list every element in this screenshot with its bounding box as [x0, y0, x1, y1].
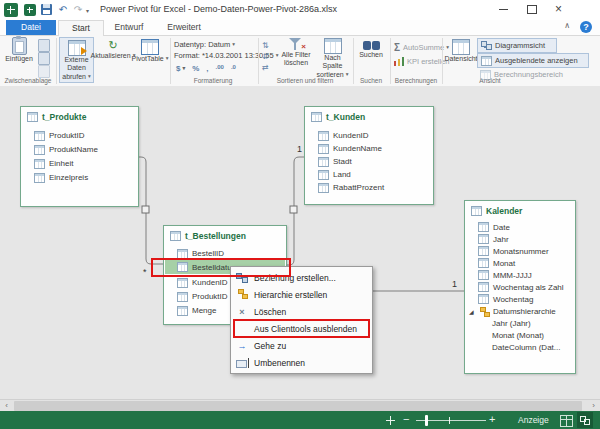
table-icon	[471, 206, 482, 216]
field-row[interactable]: Date	[466, 221, 574, 233]
zoom-in-icon[interactable]: +	[489, 413, 495, 425]
table-header[interactable]: t_Produkte	[21, 107, 138, 126]
hierarchy-child-row[interactable]: DateColumn (Dat...	[466, 341, 574, 353]
close-button[interactable]	[546, 0, 574, 18]
relationship-one-label: 1	[297, 144, 302, 154]
column-icon	[34, 145, 45, 155]
maximize-button[interactable]	[518, 0, 546, 18]
column-icon	[318, 144, 329, 154]
no-icon	[235, 323, 249, 335]
refresh-icon: ↻	[108, 38, 117, 52]
field-row[interactable]: Jahr	[466, 233, 574, 245]
field-row[interactable]: Monatsnummer	[466, 245, 574, 257]
field-row[interactable]: ProduktName	[22, 143, 137, 156]
remove-decimal-icon[interactable]: .0	[231, 64, 236, 73]
autosum-icon: Σ	[394, 42, 400, 53]
zoom-out-icon[interactable]: −	[403, 413, 409, 425]
menu-item-go-to[interactable]: → Gehe zu	[231, 337, 372, 354]
sort-by-column-button[interactable]: Nach Spalte sortieren	[314, 37, 351, 81]
minimize-button[interactable]	[490, 0, 518, 18]
goto-icon: →	[235, 340, 249, 352]
scrollbar-thumb[interactable]	[14, 401, 582, 411]
delete-icon: ×	[235, 306, 249, 318]
save-icon[interactable]	[41, 4, 52, 15]
currency-format-icon[interactable]: $	[176, 64, 185, 73]
clear-sort-icon[interactable]: ⇄	[262, 63, 272, 72]
ribbon: Einfügen Zwischenablage Externe Daten ab…	[0, 36, 600, 87]
collapse-ribbon-icon[interactable]: ∧	[564, 21, 570, 30]
table-t-produkte[interactable]: t_Produkte ProduktID ProduktName Einheit…	[20, 106, 139, 207]
autosum-button[interactable]: Σ AutoSumme	[394, 42, 449, 53]
sort-ascending-icon[interactable]: ⇅	[262, 41, 272, 50]
tab-entwurf[interactable]: Entwurf	[104, 20, 154, 35]
diagram-canvas[interactable]: 1 * 1 1 t_Produkte ProduktID ProduktName…	[0, 86, 600, 399]
thousands-separator-icon[interactable]: ,	[206, 64, 208, 73]
column-icon	[318, 170, 329, 180]
table-header[interactable]: t_Kunden	[305, 107, 433, 126]
hierarchy-child-row[interactable]: Monat (Monat)	[466, 329, 574, 341]
show-hidden-button[interactable]: Ausgeblendete anzeigen	[477, 53, 589, 68]
fit-to-window-icon[interactable]	[386, 416, 395, 425]
field-row[interactable]: KundenID	[306, 129, 432, 142]
field-row[interactable]: KundenName	[306, 142, 432, 155]
menu-item-rename[interactable]: Umbenennen	[231, 354, 372, 371]
get-external-data-button[interactable]: Externe Daten abrufen	[59, 37, 94, 83]
refresh-button[interactable]: ↻ Aktualisieren	[96, 37, 130, 81]
sort-descending-icon[interactable]: ⇵	[262, 52, 272, 61]
show-hidden-icon	[481, 56, 492, 66]
menu-item-create-relationship[interactable]: Beziehung erstellen...	[231, 269, 372, 286]
table-header[interactable]: t_Bestellungen	[164, 226, 286, 245]
diagram-view-toggle[interactable]	[577, 412, 593, 428]
collapse-expander-icon[interactable]: ◢	[469, 308, 476, 315]
field-row[interactable]: Wochentag als Zahl	[466, 281, 574, 293]
hierarchy-row[interactable]: ◢ Datumshierarchie	[466, 305, 574, 317]
field-row[interactable]: RabattProzent	[306, 181, 432, 194]
copy-icon[interactable]	[38, 39, 50, 52]
menu-item-create-hierarchy[interactable]: Hierarchie erstellen	[231, 286, 372, 303]
help-icon[interactable]: ?	[580, 21, 592, 33]
view-label: Anzeige	[518, 415, 549, 425]
find-button[interactable]: Suchen	[355, 37, 387, 81]
data-view-button[interactable]: Datensicht	[447, 37, 475, 81]
redo-icon[interactable]: ↷	[72, 4, 84, 16]
field-row[interactable]: Wochentag	[466, 293, 574, 305]
relationship-many-label: *	[143, 267, 147, 277]
field-row[interactable]: MMM-JJJJ	[466, 269, 574, 281]
tab-start[interactable]: Start	[58, 20, 104, 36]
pivottable-button[interactable]: PivotTable	[133, 37, 167, 81]
field-row[interactable]: BestellID	[165, 247, 285, 260]
table-kalender[interactable]: Kalender Date Jahr Monatsnummer Monat MM…	[464, 200, 576, 374]
column-icon	[177, 292, 188, 302]
field-row[interactable]: ProduktID	[22, 129, 137, 142]
table-header[interactable]: Kalender	[465, 201, 575, 220]
field-row[interactable]: Einheit	[22, 157, 137, 170]
paste-button[interactable]: Einfügen	[4, 37, 34, 81]
field-row[interactable]: Monat	[466, 257, 574, 269]
datatype-dropdown[interactable]: Datentyp: Datum	[174, 40, 235, 49]
undo-icon[interactable]: ↶	[57, 4, 69, 16]
column-icon	[478, 270, 489, 280]
clear-all-filters-button[interactable]: × Alle Filter löschen	[278, 37, 314, 81]
excel-icon[interactable]	[24, 4, 36, 16]
diagram-view-icon	[481, 41, 492, 50]
field-row[interactable]: Land	[306, 168, 432, 181]
zoom-slider-thumb[interactable]	[425, 415, 428, 426]
clear-filter-icon: ×	[289, 37, 303, 51]
sort-by-column-icon	[324, 38, 342, 54]
calculation-area-button[interactable]: Berechnungsbereich	[477, 68, 587, 81]
menu-item-delete[interactable]: × Löschen	[231, 303, 372, 320]
diagram-view-button[interactable]: Diagrammsicht	[477, 38, 557, 53]
hierarchy-child-row[interactable]: Jahr (Jahr)	[466, 317, 574, 329]
percent-format-icon[interactable]: %	[192, 64, 199, 73]
qat-dropdown-icon[interactable]: ▾	[86, 7, 89, 14]
field-row[interactable]: Einzelpreis	[22, 171, 137, 184]
paste-replace-icon[interactable]	[38, 52, 50, 65]
tab-datei[interactable]: Datei	[6, 20, 56, 35]
add-decimal-icon[interactable]: .00	[216, 64, 224, 73]
number-format-buttons: $ % , .00 .0	[176, 64, 236, 73]
tab-erweitert[interactable]: Erweitert	[156, 20, 212, 35]
data-view-toggle-icon[interactable]	[560, 415, 573, 427]
table-t-kunden[interactable]: t_Kunden KundenID KundenName Stadt Land …	[304, 106, 434, 205]
field-row[interactable]: Stadt	[306, 155, 432, 168]
menu-item-hide-from-client-tools[interactable]: Aus Clienttools ausblenden	[231, 320, 372, 337]
